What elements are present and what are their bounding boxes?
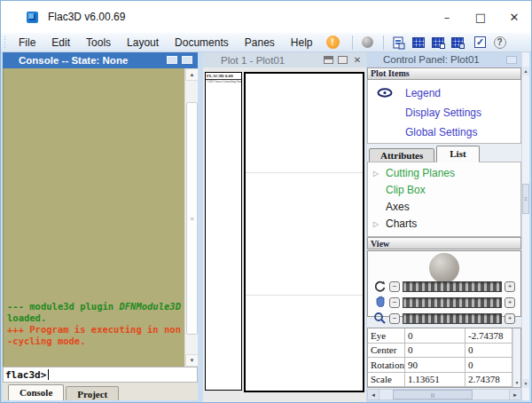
pan-slider[interactable] xyxy=(403,297,502,308)
scroll-down-icon[interactable]: ▼ xyxy=(513,380,520,385)
pan-hand-icon[interactable] xyxy=(373,296,387,309)
warning-icon[interactable]: ! xyxy=(326,36,340,49)
scroll-down-icon[interactable]: ▼ xyxy=(185,354,199,367)
grid-plot-dots-icon[interactable] xyxy=(430,35,446,51)
row-label: Rotation xyxy=(368,358,405,373)
chevron-right-icon[interactable]: ▷ xyxy=(373,170,379,178)
tree-item-axes[interactable]: Axes xyxy=(368,199,520,216)
control-panel-header[interactable]: Control Panel: Plot01 xyxy=(367,52,521,67)
eye-icon[interactable] xyxy=(377,88,393,100)
menu-layout[interactable]: Layout xyxy=(119,34,167,51)
title-bar: Flac3D v6.00.69 – □ ✕ xyxy=(1,1,531,33)
menu-documents[interactable]: Documents xyxy=(167,34,237,51)
horizontal-scrollbar-thumb[interactable]: ||| xyxy=(393,390,473,399)
checkbox-icon[interactable]: ✓ xyxy=(473,35,489,51)
scroll-left-icon[interactable]: ◄ xyxy=(368,390,379,399)
scroll-up-icon[interactable]: ▲ xyxy=(522,67,529,75)
console-panel: Console -- State: None --- module3d plug… xyxy=(3,52,198,400)
maximize-button[interactable]: □ xyxy=(464,1,497,33)
plot-maximize-icon[interactable] xyxy=(338,56,348,64)
tree-item-label: Charts xyxy=(386,217,417,230)
table-scrollbar[interactable]: ▼ xyxy=(512,328,520,387)
tab-attributes[interactable]: Attributes xyxy=(369,148,434,162)
table-cell[interactable]: 0 xyxy=(405,344,466,359)
menu-panes[interactable]: Panes xyxy=(237,34,283,51)
control-scrollbar-thumb[interactable]: ≡ xyxy=(522,184,529,214)
rotate-slider[interactable] xyxy=(403,281,502,292)
menu-file[interactable]: File xyxy=(11,34,43,51)
plot-restore-icon[interactable] xyxy=(324,56,333,64)
console-float-icon[interactable] xyxy=(167,56,177,64)
plot-viewport[interactable]: FLAC3D 6.00 ©2017 Itasca Consulting Grou… xyxy=(203,67,366,402)
plot-items-list: Legend Display Settings Global Settings xyxy=(367,80,521,144)
tree-item-clip-box[interactable]: Clip Box xyxy=(368,182,520,199)
zoom-slider[interactable] xyxy=(403,313,502,324)
plot-panel-header[interactable]: Plot 1 - Plot01 ✕ xyxy=(203,52,366,67)
control-panel-scrollbar[interactable]: ▲ ≡ ▼ xyxy=(521,52,529,400)
zoom-plus-button[interactable]: + xyxy=(505,313,515,324)
minimize-button[interactable]: – xyxy=(430,1,464,33)
magnifier-icon[interactable] xyxy=(373,312,387,325)
scroll-down-icon[interactable]: ▼ xyxy=(522,379,529,388)
tree-item-charts[interactable]: ▷ Charts xyxy=(368,216,520,233)
sphere-icon[interactable] xyxy=(360,35,376,51)
chevron-right-icon[interactable]: ▷ xyxy=(373,220,379,228)
table-cell[interactable]: 90 xyxy=(405,358,466,373)
control-panel: Control Panel: Plot01 Plot Items Legend … xyxy=(367,52,529,400)
control-tab-bar: Attributes List xyxy=(367,146,521,162)
console-command-input[interactable] xyxy=(49,368,197,381)
plot-item-legend[interactable]: Legend xyxy=(368,83,520,103)
export-plot-icon[interactable] xyxy=(391,35,407,51)
table-cell[interactable]: 1.13651 xyxy=(405,373,466,388)
plot-item-display-settings[interactable]: Display Settings xyxy=(368,103,520,122)
plot-item-label: Display Settings xyxy=(405,107,481,119)
close-button[interactable]: ✕ xyxy=(497,1,531,33)
rotate-minus-button[interactable]: − xyxy=(389,281,400,292)
rotate-icon[interactable] xyxy=(373,280,387,293)
console-scrollbar-thumb[interactable]: ≡ xyxy=(186,102,198,335)
trackball-sphere[interactable] xyxy=(429,253,459,283)
plot-close-icon[interactable]: ✕ xyxy=(352,55,363,65)
console-scrollbar[interactable]: ▲ ≡ ▼ xyxy=(184,68,198,367)
scroll-up-icon[interactable]: ▲ xyxy=(185,68,199,81)
tab-list[interactable]: List xyxy=(436,146,479,162)
plot-item-global-settings[interactable]: Global Settings xyxy=(368,122,520,142)
pan-plus-button[interactable]: + xyxy=(505,297,515,308)
plot-gridline xyxy=(246,295,363,296)
table-cell[interactable]: -2.74378 xyxy=(466,328,512,344)
zoom-slider-row: − + xyxy=(373,312,515,325)
pan-minus-button[interactable]: − xyxy=(389,297,400,308)
row-label: Eye xyxy=(368,328,405,344)
menu-help[interactable]: Help xyxy=(283,34,321,51)
toolbar-grip-handle[interactable] xyxy=(4,36,7,50)
grid-plot-page-icon[interactable] xyxy=(450,35,466,51)
console-message-mode: +++ Program is executing in non-cycling … xyxy=(7,324,182,347)
table-cell[interactable]: 0 xyxy=(466,344,512,359)
scroll-right-icon[interactable]: ► xyxy=(509,390,520,399)
table-cell[interactable]: 0 xyxy=(405,328,466,344)
horizontal-scrollbar[interactable]: ◄ ||| ► xyxy=(367,389,521,400)
menu-tools[interactable]: Tools xyxy=(78,34,119,51)
table-cell[interactable]: 0 xyxy=(466,358,512,373)
zoom-minus-button[interactable]: − xyxy=(389,313,400,324)
window-controls: – □ ✕ xyxy=(430,1,531,33)
control-panel-minimize-icon[interactable] xyxy=(506,56,517,64)
tab-project[interactable]: Project xyxy=(66,386,119,400)
plot-legend-box[interactable]: FLAC3D 6.00 ©2017 Itasca Consulting Grou… xyxy=(205,72,242,391)
plot-items-group-header[interactable]: Plot Items xyxy=(367,67,521,80)
console-panel-header[interactable]: Console -- State: None xyxy=(3,52,198,68)
grid-plot-icon[interactable] xyxy=(411,35,426,51)
console-input-row: flac3d> xyxy=(3,367,198,383)
tab-console[interactable]: Console xyxy=(8,384,64,400)
console-minimize-icon[interactable] xyxy=(182,56,192,64)
rotate-plus-button[interactable]: + xyxy=(505,281,515,292)
console-output[interactable]: --- module3d plugin DFNModule3D loaded. … xyxy=(3,68,198,367)
view-group-header[interactable]: View xyxy=(367,237,521,249)
table-cell[interactable]: 2.74378 xyxy=(466,373,512,388)
tree-item-cutting-planes[interactable]: ▷ Cutting Planes xyxy=(368,165,520,182)
plot-3d-view[interactable] xyxy=(244,72,364,392)
help-icon[interactable]: ? xyxy=(492,35,508,51)
row-label: Scale xyxy=(368,373,405,388)
menu-edit[interactable]: Edit xyxy=(43,34,78,51)
console-messages: --- module3d plugin DFNModule3D loaded. … xyxy=(7,301,182,347)
